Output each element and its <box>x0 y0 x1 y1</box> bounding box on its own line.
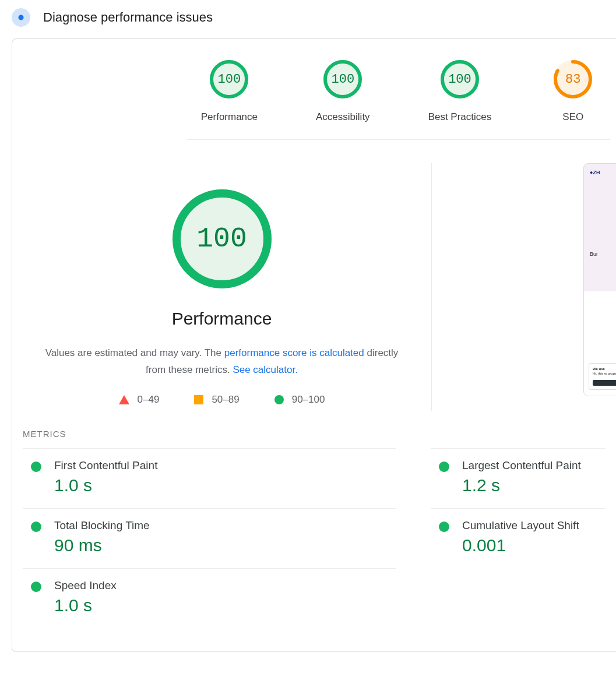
score-legend: 0–49 50–89 90–100 <box>119 394 325 406</box>
performance-title: Performance <box>172 309 272 329</box>
status-dot-icon <box>439 462 449 472</box>
page-title: Diagnose performance issues <box>43 10 213 25</box>
triangle-icon <box>119 395 129 404</box>
performance-summary: 100 Performance Values are estimated and… <box>12 163 432 411</box>
gauge-label: Performance <box>201 111 258 123</box>
gauge-circle: 100 <box>209 59 249 100</box>
page-screenshot-thumbnail: ●ZH Bui We use Hi, this w proper op how … <box>583 163 616 396</box>
metrics-column-left: First Contentful Paint 1.0 s Total Block… <box>23 448 396 628</box>
legend-average: 50–89 <box>194 394 239 406</box>
thumb-cookie-title: We use <box>593 367 605 371</box>
legend-label: 90–100 <box>292 394 325 406</box>
metrics-grid: First Contentful Paint 1.0 s Total Block… <box>12 448 616 628</box>
thumb-cookie-button <box>593 380 616 386</box>
metric-row: Total Blocking Time 90 ms <box>23 508 396 568</box>
gauge-best-practices[interactable]: 100 Best Practices <box>428 59 492 123</box>
page-header: Diagnose performance issues <box>0 0 616 38</box>
gauge-performance[interactable]: 100 Performance <box>201 59 258 123</box>
gauge-circle: 100 <box>439 59 480 100</box>
metrics-heading: METRICS <box>12 429 616 448</box>
gauge-score: 83 <box>552 59 593 100</box>
performance-section: 100 Performance Values are estimated and… <box>12 140 616 429</box>
gauge-label: Accessibility <box>316 111 370 123</box>
metric-title: Largest Contentful Paint <box>462 459 581 472</box>
metric-value: 1.0 s <box>54 596 117 615</box>
status-dot-icon <box>439 522 449 532</box>
legend-label: 0–49 <box>138 394 160 406</box>
gauge-circle: 100 <box>322 59 363 100</box>
thumb-logo: ●ZH <box>590 170 616 175</box>
legend-label: 50–89 <box>212 394 239 406</box>
metric-row: First Contentful Paint 1.0 s <box>23 448 396 508</box>
metric-title: First Contentful Paint <box>54 459 157 472</box>
diagnose-icon <box>12 8 30 27</box>
gauge-label: SEO <box>562 111 583 123</box>
gauge-seo[interactable]: 83 SEO <box>550 59 596 123</box>
legend-fail: 0–49 <box>119 394 160 406</box>
metric-row: Cumulative Layout Shift 0.001 <box>431 508 606 568</box>
see-calculator-link[interactable]: See calculator. <box>233 364 298 375</box>
gauge-score: 100 <box>439 59 480 100</box>
performance-score-link[interactable]: performance score is calculated <box>224 347 364 358</box>
screenshot-preview-area: ●ZH Bui We use Hi, this w proper op how … <box>432 163 616 411</box>
circle-icon <box>274 395 284 404</box>
report-card: 100 Performance 100 Accessibility <box>12 38 616 652</box>
gauge-score: 100 <box>209 59 249 100</box>
metric-title: Speed Index <box>54 579 117 592</box>
gauge-circle: 83 <box>552 59 593 100</box>
thumb-cookie-banner: We use Hi, this w proper op how you offe… <box>589 363 616 390</box>
status-dot-icon <box>31 582 41 592</box>
thumb-cookie-body: Hi, this w proper op how you offer con <box>593 372 616 375</box>
status-dot-icon <box>31 462 41 472</box>
metric-row: Speed Index 1.0 s <box>23 568 396 628</box>
metric-title: Cumulative Layout Shift <box>462 519 579 532</box>
metric-title: Total Blocking Time <box>54 519 150 532</box>
gauge-score: 100 <box>322 59 363 100</box>
performance-big-gauge: 100 <box>170 186 274 291</box>
metric-row: Largest Contentful Paint 1.2 s <box>431 448 606 508</box>
metric-value: 90 ms <box>54 536 150 555</box>
metric-value: 1.2 s <box>462 475 581 495</box>
metric-value: 0.001 <box>462 536 579 555</box>
status-dot-icon <box>31 522 41 532</box>
category-gauges-row: 100 Performance 100 Accessibility <box>187 39 610 140</box>
gauge-accessibility[interactable]: 100 Accessibility <box>316 59 370 123</box>
performance-description: Values are estimated and may vary. The p… <box>41 345 403 379</box>
square-icon <box>194 395 203 404</box>
desc-text: Values are estimated and may vary. The <box>45 347 224 358</box>
metrics-column-right: Largest Contentful Paint 1.2 s Cumulativ… <box>431 448 606 628</box>
performance-big-score: 100 <box>170 186 274 291</box>
metric-value: 1.0 s <box>54 475 157 495</box>
thumb-text: Bui <box>590 251 616 257</box>
gauge-label: Best Practices <box>428 111 492 123</box>
legend-pass: 90–100 <box>274 394 325 406</box>
